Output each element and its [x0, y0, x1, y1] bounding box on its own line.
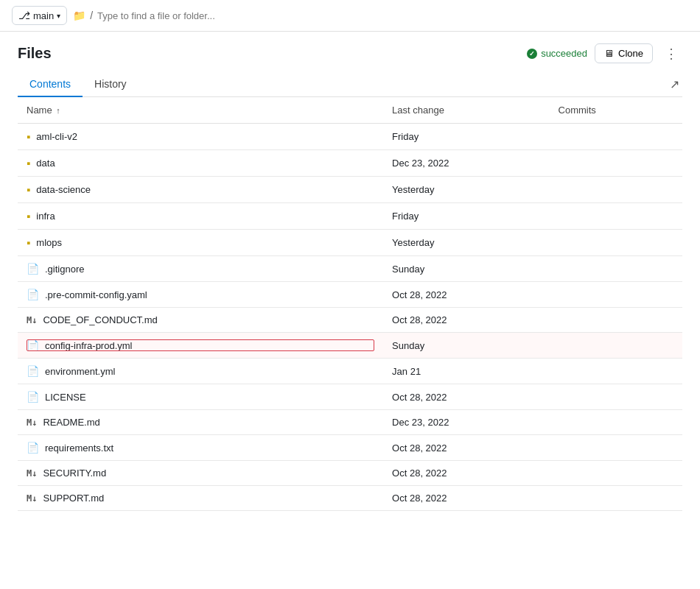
cell-commits [550, 384, 682, 410]
cell-commits [550, 461, 682, 486]
cell-last-change: Oct 28, 2022 [383, 384, 550, 410]
cell-name: ▪ data-science [18, 177, 383, 203]
table-row: 📄 requirements.txt Oct 28, 2022 [18, 435, 682, 461]
cell-name: M↓ README.md [18, 410, 383, 435]
tabs-left: Contents History [18, 72, 139, 96]
folder-icon: ▪ [27, 210, 30, 222]
markdown-icon: M↓ [27, 417, 37, 428]
file-name-cell: 📄 LICENSE [27, 391, 374, 403]
col-header-commits: Commits [550, 97, 682, 124]
clone-button[interactable]: 🖥 Clone [595, 43, 653, 63]
file-link[interactable]: .pre-commit-config.yaml [45, 289, 147, 300]
file-link[interactable]: .gitignore [45, 264, 84, 275]
cell-commits [550, 282, 682, 308]
clone-monitor-icon: 🖥 [604, 48, 614, 59]
path-breadcrumb: 📁 / [73, 10, 259, 21]
file-link[interactable]: LICENSE [45, 392, 86, 403]
tab-contents[interactable]: Contents [18, 72, 83, 97]
more-options-button[interactable]: ⋮ [660, 44, 682, 63]
cell-last-change: Oct 28, 2022 [383, 282, 550, 308]
table-row: 📄 .gitignore Sunday [18, 256, 682, 282]
cell-commits [550, 333, 682, 359]
file-link[interactable]: requirements.txt [45, 442, 113, 454]
clone-label: Clone [618, 48, 643, 59]
tab-history[interactable]: History [83, 72, 139, 97]
table-row: M↓ SECURITY.md Oct 28, 2022 [18, 461, 682, 486]
top-bar: ⎇ main ▾ 📁 / [0, 0, 700, 32]
sort-icon: ↑ [56, 106, 60, 115]
file-name-cell: 📄 requirements.txt [27, 442, 374, 454]
file-link[interactable]: SECURITY.md [43, 468, 106, 479]
markdown-icon: M↓ [27, 468, 37, 479]
cell-name: 📄 requirements.txt [18, 435, 383, 461]
file-icon: 📄 [27, 442, 39, 454]
file-link[interactable]: aml-cli-v2 [36, 131, 77, 142]
file-link[interactable]: config-infra-prod.yml [45, 340, 133, 351]
table-row: 📄 LICENSE Oct 28, 2022 [18, 384, 682, 410]
file-name-cell: ▪ infra [27, 210, 374, 222]
branch-label: main [33, 10, 54, 21]
cell-name: M↓ SUPPORT.md [18, 486, 383, 511]
cell-commits [550, 435, 682, 461]
folder-icon: ▪ [27, 183, 30, 196]
header-actions: succeeded 🖥 Clone ⋮ [527, 43, 682, 63]
cell-name: M↓ SECURITY.md [18, 461, 383, 486]
path-separator: / [90, 10, 93, 21]
cell-name: ▪ aml-cli-v2 [18, 124, 383, 150]
path-search-input[interactable] [97, 10, 259, 21]
file-link[interactable]: data [36, 158, 55, 169]
files-tbody: ▪ aml-cli-v2 Friday ▪ data Dec 23, 2022 … [18, 124, 682, 511]
file-icon: 📄 [27, 339, 39, 351]
cell-commits [550, 203, 682, 230]
cell-commits [550, 177, 682, 203]
file-icon: 📄 [27, 391, 39, 403]
cell-commits [550, 256, 682, 282]
file-link[interactable]: README.md [43, 417, 99, 428]
file-link[interactable]: environment.yml [45, 366, 115, 377]
branch-selector[interactable]: ⎇ main ▾ [12, 6, 67, 25]
folder-icon: ▪ [27, 130, 30, 143]
table-row: M↓ README.md Dec 23, 2022 [18, 410, 682, 435]
file-link[interactable]: data-science [36, 184, 91, 195]
markdown-icon: M↓ [27, 315, 37, 325]
table-header: Name ↑ Last change Commits [18, 97, 682, 124]
cell-last-change: Sunday [383, 333, 550, 359]
table-row: 📄 environment.yml Jan 21 [18, 359, 682, 384]
file-name-cell: ▪ data [27, 157, 374, 169]
table-row: M↓ SUPPORT.md Oct 28, 2022 [18, 486, 682, 511]
cell-last-change: Sunday [383, 256, 550, 282]
file-name-cell: M↓ README.md [27, 417, 374, 428]
col-header-last-change: Last change [383, 97, 550, 124]
expand-icon[interactable]: ↗ [667, 74, 682, 94]
table-row: ▪ data-science Yesterday [18, 177, 682, 203]
file-name-cell: 📄 environment.yml [27, 365, 374, 377]
folder-breadcrumb-icon: 📁 [73, 10, 85, 21]
file-name-cell: 📄 .gitignore [27, 263, 374, 275]
cell-last-change: Jan 21 [383, 359, 550, 384]
cell-last-change: Oct 28, 2022 [383, 435, 550, 461]
cell-name: 📄 config-infra-prod.yml [18, 333, 383, 359]
cell-commits [550, 124, 682, 150]
cell-last-change: Friday [383, 124, 550, 150]
file-name-cell: M↓ SECURITY.md [27, 468, 374, 479]
cell-commits [550, 359, 682, 384]
cell-name: M↓ CODE_OF_CONDUCT.md [18, 308, 383, 333]
cell-commits [550, 410, 682, 435]
tabs-container: Contents History ↗ [18, 72, 682, 97]
file-name-cell: M↓ SUPPORT.md [27, 493, 374, 504]
file-name-cell: M↓ CODE_OF_CONDUCT.md [27, 314, 374, 325]
file-link[interactable]: mlops [36, 237, 62, 248]
file-link[interactable]: infra [36, 211, 55, 222]
file-link[interactable]: CODE_OF_CONDUCT.md [43, 314, 157, 325]
file-name-cell: ▪ data-science [27, 183, 374, 196]
col-header-name: Name ↑ [18, 97, 383, 124]
table-row: ▪ aml-cli-v2 Friday [18, 124, 682, 150]
file-name-cell: ▪ aml-cli-v2 [27, 130, 374, 143]
file-name-cell: 📄 .pre-commit-config.yaml [27, 289, 374, 300]
file-name-cell: 📄 config-infra-prod.yml [27, 339, 374, 351]
table-row: 📄 config-infra-prod.yml Sunday [18, 333, 682, 359]
file-link[interactable]: SUPPORT.md [43, 493, 104, 504]
cell-commits [550, 308, 682, 333]
cell-last-change: Yesterday [383, 230, 550, 256]
file-icon: 📄 [27, 263, 39, 275]
